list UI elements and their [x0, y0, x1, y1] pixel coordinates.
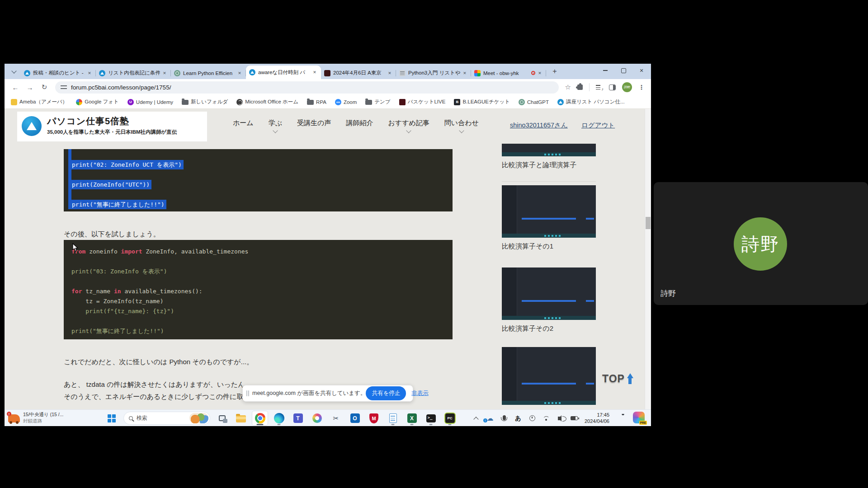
tab-search-chevron-icon[interactable] — [8, 66, 20, 77]
scrollbar-thumb[interactable] — [646, 217, 651, 229]
bookmark-item[interactable]: 講座リスト パソコン仕... — [557, 99, 625, 105]
tray-chevron-up[interactable] — [471, 412, 481, 425]
tab-close-icon[interactable] — [462, 70, 468, 76]
taskbar-outlook-button[interactable] — [347, 411, 363, 426]
participant-tile[interactable]: 詩野 詩野 — [654, 182, 868, 305]
code-block-1[interactable]: print("02: ZoneInfo UCT を表示") print(Zone… — [64, 149, 453, 211]
taskbar-teams-button[interactable] — [290, 411, 306, 426]
menu-dots-icon[interactable] — [638, 84, 645, 91]
bookmark-item[interactable]: Udemy | Udemy — [127, 99, 173, 105]
page-scrollbar[interactable] — [645, 109, 651, 409]
taskbar-terminal-button[interactable] — [423, 411, 439, 426]
nav-item[interactable]: ホーム — [233, 119, 254, 127]
bookmark-item[interactable]: Google フォト — [76, 99, 119, 105]
tray-volume[interactable] — [555, 412, 566, 425]
nav-item[interactable]: 問い合わせ — [444, 119, 479, 127]
bookmark-item[interactable]: Ameba（アメーバ） — [11, 99, 67, 105]
lesson-title: 比較演算子その2 — [502, 324, 596, 333]
site-logo-box[interactable]: パソコン仕事5倍塾 35,000人を指導した東大卒・元日本IBM社内講師が直伝 — [17, 112, 207, 141]
taskbar-mcafee-button[interactable] — [366, 411, 382, 426]
nav-item[interactable]: 学ぶ — [269, 119, 282, 127]
bookmark-item[interactable]: Microsoft Office ホーム — [236, 99, 298, 105]
lesson-page: パソコン仕事5倍塾 35,000人を指導した東大卒・元日本IBM社内講師が直伝 … — [5, 109, 651, 409]
side-panel-icon[interactable] — [609, 84, 616, 90]
taskbar-edge-button[interactable] — [271, 411, 287, 426]
browser-tab[interactable]: 投稿・相談のヒント - パ — [21, 67, 96, 79]
tab-close-icon[interactable] — [537, 70, 543, 76]
bookmark-item[interactable]: Zoom — [335, 99, 357, 105]
site-info-icon[interactable] — [61, 84, 67, 90]
taskbar-snipping-tool-button[interactable] — [328, 411, 344, 426]
nav-item[interactable]: 講師紹介 — [346, 119, 373, 127]
back-icon[interactable]: ← — [9, 81, 21, 93]
nav-item[interactable]: おすすめ記事 — [388, 119, 429, 127]
taskbar-search[interactable]: 検索 — [123, 412, 210, 425]
taskbar-clock[interactable]: 17:45 2024/04/06 — [585, 412, 609, 424]
maximize-icon[interactable] — [620, 67, 627, 74]
profile-avatar[interactable]: 詩野 — [622, 82, 632, 92]
bookmark-item[interactable]: バスケットLIVE — [399, 99, 446, 105]
taskbar-paint-button[interactable] — [309, 411, 325, 426]
excel-icon — [407, 413, 417, 423]
bookmark-item[interactable]: RPA — [307, 99, 326, 105]
scroll-to-top-button[interactable]: TOP — [602, 373, 634, 385]
taskbar-chrome-button[interactable] — [252, 411, 268, 426]
battery-icon — [571, 416, 578, 420]
tab-close-icon[interactable] — [161, 70, 168, 76]
browser-tab[interactable]: Learn Python Efficien — [171, 67, 246, 79]
taskbar-pycharm-button[interactable] — [442, 411, 458, 426]
extensions-icon[interactable] — [577, 84, 583, 90]
close-icon[interactable] — [638, 67, 645, 74]
reload-icon[interactable]: ↻ — [38, 81, 50, 93]
minimize-icon[interactable] — [602, 67, 609, 74]
bookmark-item[interactable]: テンプ — [365, 99, 390, 105]
clock-icon — [529, 415, 535, 421]
media-playlist-icon[interactable] — [596, 84, 603, 90]
bookmark-star-icon[interactable] — [565, 83, 571, 91]
weather-traffic-widget[interactable]: ! 15/中央通り (15 /... 封鎖道路 — [8, 411, 64, 424]
tray-battery[interactable] — [569, 412, 580, 425]
new-tab-button[interactable] — [549, 66, 561, 77]
bookmark-item[interactable]: B.LEAGUEチケット — [454, 99, 510, 105]
tab-close-icon[interactable] — [86, 70, 93, 76]
browser-tab[interactable]: Python3入門 リストや — [396, 67, 471, 79]
tray-clock[interactable] — [527, 412, 538, 425]
sidebar-lesson-card[interactable]: 比較演算子その2 — [502, 267, 596, 333]
browser-tab[interactable]: Meet - obw-yhk — [471, 67, 546, 79]
chevron-down-icon — [459, 128, 464, 133]
copilot-icon[interactable] — [633, 412, 645, 423]
address-bar[interactable]: forum.pc5bai.com/lesson/page/1755/ — [55, 81, 559, 94]
nav-item[interactable]: 受講生の声 — [297, 119, 331, 127]
tab-close-icon[interactable] — [387, 70, 393, 76]
browser-tab[interactable]: リスト内包表記に条件 — [96, 67, 171, 79]
code-block-2[interactable]: from zoneinfo import ZoneInfo, available… — [64, 240, 453, 339]
tray-ime-japanese[interactable]: あ — [513, 412, 524, 425]
sidebar-lesson-card[interactable]: 比較演算子と論理演算子 — [502, 144, 596, 169]
taskbar-file-explorer-button[interactable] — [233, 411, 249, 426]
bookmark-item[interactable]: ChatGPT — [519, 99, 549, 105]
hide-banner-link[interactable]: 非表示 — [411, 389, 429, 397]
tray-wifi[interactable] — [541, 412, 552, 425]
taskbar-task-view-button[interactable] — [214, 411, 230, 426]
logout-link[interactable]: ログアウト — [581, 121, 615, 130]
drag-handle-icon[interactable] — [246, 390, 249, 396]
tab-close-icon[interactable] — [236, 70, 243, 76]
tray-onedrive[interactable]: i — [485, 412, 495, 425]
browser-tab[interactable]: awareな日付時刻 パ — [246, 66, 321, 79]
forward-icon[interactable]: → — [24, 81, 36, 93]
bookmark-item[interactable]: 新しいフォルダ — [182, 99, 228, 105]
taskbar-excel-button[interactable] — [404, 411, 420, 426]
sidebar-lesson-card[interactable]: 比較演算子その1 — [502, 185, 596, 251]
sidebar-lesson-card[interactable] — [502, 347, 596, 405]
taskbar-notepad-button[interactable] — [385, 411, 401, 426]
widget-line2: 封鎖道路 — [23, 418, 64, 424]
meet-screenshare-screen: { "colors": { "selection_blue": "#1d5bc9… — [0, 0, 868, 488]
paint-icon — [312, 413, 322, 423]
tray-microphone[interactable] — [499, 412, 509, 425]
browser-tab[interactable]: 2024年4月6日 A東京 — [321, 67, 396, 79]
tab-title: Meet - obw-yhk — [483, 70, 530, 76]
stop-sharing-button[interactable]: 共有を停止 — [366, 386, 406, 400]
start-button[interactable] — [104, 411, 120, 426]
tab-close-icon[interactable] — [311, 69, 318, 75]
user-account-link[interactable]: shino32011657さん — [510, 121, 568, 130]
